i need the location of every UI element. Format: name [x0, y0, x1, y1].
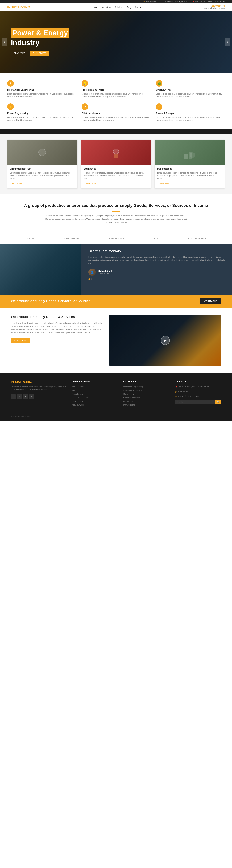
video-section: We produce or supply Goods, & Services L…	[0, 308, 232, 373]
hero-readmore-button[interactable]: READ MORE	[11, 51, 28, 56]
map-icon: 📍	[175, 386, 178, 388]
about-section: A group of productive enterprises that p…	[0, 194, 232, 233]
dot-1[interactable]	[88, 278, 90, 280]
svg-rect-4	[184, 154, 188, 159]
footer-sol-1[interactable]: Mechanical Engineering	[123, 386, 143, 388]
about-title: A group of productive enterprises that p…	[22, 203, 210, 208]
hero-services-button[interactable]: OUR SERVICES	[30, 51, 49, 56]
footer-contact-title: Contact Us	[175, 380, 221, 383]
footer-sol-3[interactable]: Green Energy	[123, 393, 134, 395]
footer-sol-2[interactable]: Agricultural Engineering	[123, 390, 143, 392]
footer-copyright: © All rights reserved. This is	[11, 415, 31, 417]
cta-contact-button[interactable]: CONTACT US	[200, 298, 221, 304]
dot-2[interactable]	[91, 278, 92, 280]
footer-resources-links: About Industry Blog Green Energy Chemich…	[72, 385, 118, 406]
footer-contact-email: ✉ contact@draft.yahoo.com	[175, 395, 221, 398]
nav-about[interactable]: About us	[102, 6, 111, 8]
service-title-1: Mechanical Engineering	[7, 88, 76, 91]
nav-contact[interactable]: Contact	[135, 6, 143, 8]
footer-col-contact: Contact Us 📍 Main Str. no 23, New York P…	[175, 380, 221, 407]
service-item-4: ⚡ Power Engineering Lorem ipsum dolor si…	[7, 103, 76, 121]
social-instagram[interactable]: in	[23, 394, 28, 399]
service-desc-2: Lorem ipsum dolor sit amet, consectetur …	[82, 93, 150, 98]
footer-contact-phone: ✆ +346 990221 123	[175, 390, 221, 393]
portfolio-readmore-1[interactable]: READ MORE	[10, 182, 25, 186]
footer-link-oil[interactable]: Oil Selections	[72, 400, 83, 402]
hero-content: Power & Energy Industry READ MORE OUR SE…	[0, 28, 80, 56]
top-phone: ✆ +546 990221 123	[143, 1, 159, 3]
author-info: Michael Smith IT Programmer	[98, 270, 113, 274]
portfolio-body-3: Manufactoring Lorem ipsum dolor sit amet…	[155, 165, 225, 188]
testimonials-content: Client's Testimonials Lorem ipsum dolor …	[81, 244, 232, 294]
hero-buttons: READ MORE OUR SERVICES	[11, 51, 69, 56]
partner-logo-2: THE PIRATE	[64, 237, 79, 240]
partner-logo-5: SOUTH PORTH	[188, 237, 206, 240]
service-desc-3: Sodales in est quis, blandit sollicitudi…	[156, 93, 225, 98]
nav-email: contact@industryinc.com	[204, 7, 225, 9]
nav-links: Home About us Solutions Blog Contact	[93, 6, 143, 8]
footer-sol-6[interactable]: Manufacturing	[123, 404, 135, 406]
portfolio-card-3: Manufactoring Lorem ipsum dolor sit amet…	[155, 140, 225, 188]
portfolio-card-2: Engineering Lorem ipsum dolor sit amet, …	[81, 140, 151, 188]
social-twitter[interactable]: t	[17, 394, 22, 399]
footer-bottom: © All rights reserved. This is	[11, 413, 221, 417]
footer-col-solutions: Our Solutions Mechanical Engineering Agr…	[123, 380, 169, 407]
hero-title-line2: Industry	[11, 38, 69, 47]
portfolio-readmore-2[interactable]: READ MORE	[84, 182, 98, 186]
services-grid: ⚙ Mechanical Engineering Lorem ipsum dol…	[7, 80, 225, 121]
nav-home[interactable]: Home	[93, 6, 99, 8]
portfolio-grid: Chemichal Reserach Lorem ipsum dolor sit…	[7, 140, 225, 188]
footer-logo-text: INDUSTRY.	[11, 380, 26, 383]
service-icon-1: ⚙	[7, 80, 14, 87]
hero-prev-button[interactable]: ‹	[2, 38, 7, 45]
footer-link-green[interactable]: Green Energy	[72, 393, 83, 395]
footer-sol-5[interactable]: Oil Selections	[123, 400, 134, 402]
footer-contact-address: 📍 Main Str. no 23, New York PP, 23100	[175, 385, 221, 388]
portfolio-title-2: Engineering	[84, 167, 149, 170]
dark-separator	[0, 129, 232, 134]
footer-link-blog[interactable]: Blog	[72, 390, 75, 392]
footer-logo-accent: INC.	[26, 380, 32, 383]
video-contact-button[interactable]: CONTACT US	[11, 338, 30, 343]
service-title-6: Power & Energy	[156, 112, 225, 115]
footer-solutions-links: Mechanical Engineering Agricultural Engi…	[123, 385, 169, 406]
about-desc: Lorem ipsum dolor sit amet, consectetur …	[43, 214, 189, 224]
portfolio-readmore-3[interactable]: READ MORE	[157, 182, 172, 186]
footer-search-input[interactable]	[175, 400, 215, 404]
service-item-3: 🌿 Green Energy Sodales in est quis, blan…	[156, 80, 225, 98]
social-facebook[interactable]: f	[11, 394, 15, 399]
hero-next-button[interactable]: ›	[225, 38, 230, 45]
footer-link-work[interactable]: About our Work	[72, 404, 84, 406]
svg-point-1	[39, 149, 46, 156]
about-divider	[112, 211, 120, 212]
nav-blog[interactable]: Blog	[127, 6, 131, 8]
service-item-6: ⚡ Power & Energy Sodales in est quis, bl…	[156, 103, 225, 121]
footer-social: f t in li	[11, 394, 66, 399]
portfolio-section: Chemichal Reserach Lorem ipsum dolor sit…	[0, 134, 232, 194]
footer-col-resources: Useful Resources About Industry Blog Gre…	[72, 380, 118, 407]
footer-link-chemical[interactable]: Chemichal Reserach	[72, 397, 89, 399]
footer-col-brand: INDUSTRY.INC. Lorem ipsum dolor sit amet…	[11, 380, 66, 407]
services-section: ⚙ Mechanical Engineering Lorem ipsum dol…	[0, 73, 232, 129]
service-desc-6: Sodales in est quis, blandit sollicitudi…	[156, 116, 225, 121]
footer-search-button[interactable]: 🔍	[215, 400, 221, 404]
play-button[interactable]: ▶	[161, 336, 170, 345]
service-desc-1: Lorem ipsum dolor sit amet, consectetur …	[7, 93, 76, 98]
nav-solutions[interactable]: Solutions	[115, 6, 123, 8]
footer-resources-title: Useful Resources	[72, 380, 118, 383]
partner-logo-4: S'A	[154, 237, 158, 240]
phone-icon: ✆	[175, 391, 177, 393]
video-overlay: ▶	[110, 315, 221, 366]
author-title-label: IT Programmer	[98, 273, 113, 274]
hero-title-line1: Power & Energy	[11, 28, 69, 38]
partner-logo-1: PI'XAR	[26, 237, 34, 240]
footer-link-about[interactable]: About Industry	[72, 386, 83, 388]
footer-sol-4[interactable]: Chemichal Reserach	[123, 397, 140, 399]
footer-email: contact@draft.yahoo.com	[178, 395, 199, 398]
service-title-4: Power Engineering	[7, 112, 76, 115]
social-linkedin[interactable]: li	[29, 394, 34, 399]
testimonials-image	[0, 244, 81, 294]
top-bar: ✆ +546 990221 123 ✉ contact@industryinc.…	[0, 0, 232, 3]
author-name: Michael Smith	[98, 270, 113, 273]
service-item-2: 👷 Profesional Workers Lorem ipsum dolor …	[82, 80, 150, 98]
